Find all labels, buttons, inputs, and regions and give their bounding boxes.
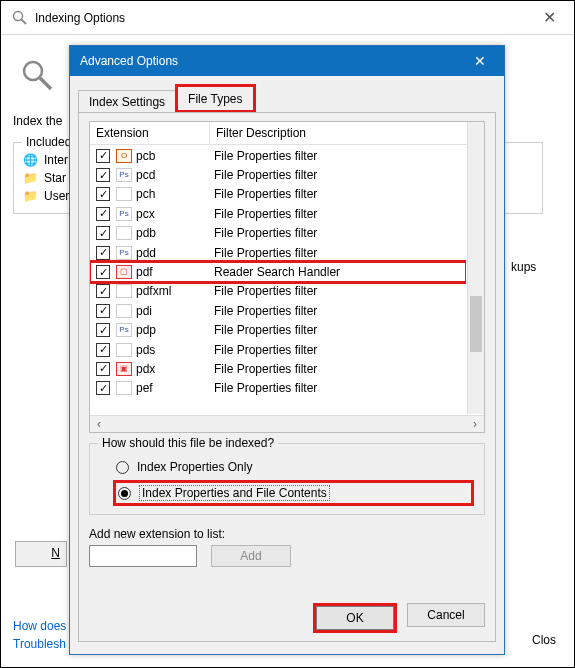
radio-option[interactable]: Index Properties Only: [116, 460, 474, 474]
extension-cell: pdd: [136, 246, 214, 260]
dialog-close-button[interactable]: ✕: [458, 46, 502, 76]
description-cell: Reader Search Handler: [214, 265, 464, 279]
group-legend: How should this file be indexed?: [98, 436, 278, 450]
dialog-title: Advanced Options: [80, 54, 458, 68]
filetype-icon: [116, 284, 132, 298]
add-extension-input[interactable]: [89, 545, 197, 567]
parent-close-button[interactable]: ✕: [535, 1, 564, 35]
table-row[interactable]: pefFile Properties filter: [90, 379, 466, 398]
checkbox[interactable]: [96, 149, 110, 163]
extension-cell: pdx: [136, 362, 214, 376]
radio-button[interactable]: [116, 461, 129, 474]
filetype-icon: Ps: [116, 246, 132, 260]
description-cell: File Properties filter: [214, 362, 464, 376]
file-types-list: Extension Filter Description OpcbFile Pr…: [89, 121, 485, 433]
included-legend: Included: [22, 135, 75, 149]
checkbox[interactable]: [96, 226, 110, 240]
radio-button[interactable]: [118, 487, 131, 500]
filetype-icon: ▣: [116, 362, 132, 376]
table-row[interactable]: PspdpFile Properties filter: [90, 321, 466, 340]
table-row[interactable]: ▣pdxFile Properties filter: [90, 359, 466, 378]
index-mode-group: How should this file be indexed? Index P…: [89, 443, 485, 515]
extension-cell: pdfxml: [136, 284, 214, 298]
checkbox[interactable]: [96, 246, 110, 260]
checkbox[interactable]: [96, 284, 110, 298]
table-row[interactable]: pchFile Properties filter: [90, 185, 466, 204]
table-row[interactable]: PspddFile Properties filter: [90, 243, 466, 262]
description-cell: File Properties filter: [214, 343, 464, 357]
add-extension-label: Add new extension to list:: [89, 527, 485, 541]
extension-cell: pdf: [136, 265, 214, 279]
file-types-panel: Extension Filter Description OpcbFile Pr…: [78, 112, 496, 642]
description-cell: File Properties filter: [214, 207, 464, 221]
scroll-thumb[interactable]: [470, 296, 482, 352]
parent-title: Indexing Options: [35, 1, 535, 35]
advanced-options-dialog: Advanced Options ✕ Index Settings File T…: [69, 45, 505, 655]
radio-label: Index Properties and File Contents: [139, 485, 330, 501]
table-row[interactable]: pdiFile Properties filter: [90, 301, 466, 320]
svg-line-3: [40, 78, 51, 89]
checkbox[interactable]: [96, 381, 110, 395]
scroll-left-arrow[interactable]: ‹: [92, 417, 106, 431]
svg-point-2: [24, 62, 42, 80]
filetype-icon: Ps: [116, 207, 132, 221]
extension-cell: pch: [136, 187, 214, 201]
column-extension[interactable]: Extension: [90, 122, 210, 145]
description-cell: File Properties filter: [214, 187, 464, 201]
table-row[interactable]: OpcbFile Properties filter: [90, 146, 466, 165]
add-button[interactable]: Add: [211, 545, 291, 567]
extension-cell: pdp: [136, 323, 214, 337]
filetype-icon: Ps: [116, 323, 132, 337]
radio-label: Index Properties Only: [137, 460, 252, 474]
scroll-right-arrow[interactable]: ›: [468, 417, 482, 431]
description-cell: File Properties filter: [214, 149, 464, 163]
tab-index-settings[interactable]: Index Settings: [78, 90, 175, 113]
extension-cell: pdi: [136, 304, 214, 318]
table-row[interactable]: PspcdFile Properties filter: [90, 165, 466, 184]
folder-icon: 📁: [22, 171, 38, 185]
close-button-fragment: Clos: [532, 633, 556, 647]
table-row[interactable]: pdbFile Properties filter: [90, 224, 466, 243]
dialog-titlebar: Advanced Options ✕: [70, 46, 504, 76]
table-row[interactable]: pdsFile Properties filter: [90, 340, 466, 359]
description-cell: File Properties filter: [214, 168, 464, 182]
cancel-button[interactable]: Cancel: [407, 603, 485, 627]
modify-button[interactable]: N: [15, 541, 67, 567]
filetype-icon: Ps: [116, 168, 132, 182]
filetype-icon: O: [116, 149, 132, 163]
column-filter-description[interactable]: Filter Description: [210, 122, 484, 145]
checkbox[interactable]: [96, 323, 110, 337]
extension-cell: pds: [136, 343, 214, 357]
extension-cell: pef: [136, 381, 214, 395]
filetype-icon: [116, 381, 132, 395]
search-index-icon: [11, 10, 29, 26]
filetype-icon: ▢: [116, 265, 132, 279]
table-row[interactable]: pdfxmlFile Properties filter: [90, 282, 466, 301]
help-link[interactable]: How does: [13, 619, 66, 633]
checkbox[interactable]: [96, 187, 110, 201]
filetype-icon: [116, 343, 132, 357]
globe-icon: 🌐: [22, 153, 38, 167]
checkbox[interactable]: [96, 168, 110, 182]
horizontal-scrollbar[interactable]: ‹ ›: [90, 415, 484, 432]
table-row[interactable]: PspcxFile Properties filter: [90, 204, 466, 223]
folder-icon: 📁: [22, 189, 38, 203]
checkbox[interactable]: [96, 265, 110, 279]
table-row[interactable]: ▢pdfReader Search Handler: [90, 262, 466, 281]
checkbox[interactable]: [96, 304, 110, 318]
extension-cell: pdb: [136, 226, 214, 240]
svg-line-1: [22, 19, 27, 24]
checkbox[interactable]: [96, 343, 110, 357]
tab-file-types[interactable]: File Types: [178, 88, 252, 110]
checkbox[interactable]: [96, 207, 110, 221]
vertical-scrollbar[interactable]: [467, 122, 484, 414]
checkbox[interactable]: [96, 362, 110, 376]
troubleshoot-link[interactable]: Troublesh: [13, 637, 66, 651]
filetype-icon: [116, 304, 132, 318]
ok-button[interactable]: OK: [316, 606, 394, 630]
extension-cell: pcd: [136, 168, 214, 182]
extension-cell: pcx: [136, 207, 214, 221]
radio-option[interactable]: Index Properties and File Contents: [113, 480, 474, 506]
description-cell: File Properties filter: [214, 323, 464, 337]
description-cell: File Properties filter: [214, 381, 464, 395]
